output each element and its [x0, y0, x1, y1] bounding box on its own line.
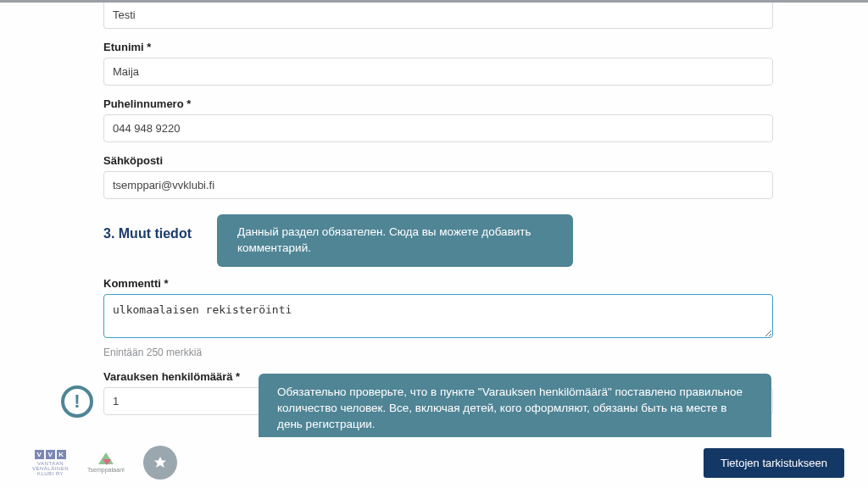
section-other-info-title: 3. Muut tiedot — [103, 214, 192, 241]
form-area: Etunimi * Puhelinnumero * Sähköposti 3. … — [103, 3, 773, 415]
footer-logos: V V K VANTAAN VENÄLÄINEN KLUBI RY Tsempp… — [32, 446, 177, 480]
logo-vvk-letter: V — [35, 450, 44, 459]
callout-count-hint: Обязательно проверьте, что в пункте "Var… — [259, 374, 771, 437]
submit-review-button[interactable]: Tietojen tarkistukseen — [704, 448, 844, 478]
logo-vvk-boxes: V V K — [35, 450, 66, 459]
logo-vvk: V V K VANTAAN VENÄLÄINEN KLUBI RY — [32, 450, 69, 476]
comment-textarea[interactable] — [103, 294, 773, 338]
callout-section-hint: Данный раздел обязателен. Сюда вы можете… — [217, 214, 573, 267]
email-label: Sähköposti — [103, 154, 773, 167]
field-lastname — [103, 3, 773, 29]
exclamation-icon: ! — [74, 391, 80, 413]
logo-tsem-caption: Tsemppataan! — [87, 467, 125, 473]
logo-vvk-caption: KLUBI RY — [37, 471, 64, 476]
field-phone: Puhelinnumero * — [103, 97, 773, 142]
triangle-icon — [98, 452, 114, 464]
logo-vvk-letter: V — [46, 450, 55, 459]
firstname-label: Etunimi * — [103, 41, 773, 53]
phone-label: Puhelinnumero * — [103, 97, 773, 110]
logo-tsemppataan: Tsemppataan! — [87, 452, 125, 473]
email-input[interactable] — [103, 171, 773, 199]
comment-label: Kommentti * — [103, 277, 773, 290]
info-badge-icon[interactable]: ! — [61, 385, 93, 418]
section-other-info-row: 3. Muut tiedot Данный раздел обязателен.… — [103, 214, 773, 267]
field-email: Sähköposti — [103, 154, 773, 199]
phone-input[interactable] — [103, 114, 773, 142]
comment-helper-text: Enintään 250 merkkiä — [103, 347, 773, 358]
firstname-input[interactable] — [103, 58, 773, 86]
logo-partner-badge — [143, 446, 177, 480]
logo-vvk-letter: K — [57, 450, 66, 459]
lastname-input[interactable] — [103, 3, 773, 29]
field-comment: Kommentti * Enintään 250 merkkiä — [103, 277, 773, 358]
star-icon — [152, 454, 169, 471]
form-viewport: Etunimi * Puhelinnumero * Sähköposti 3. … — [0, 3, 868, 437]
field-firstname: Etunimi * — [103, 41, 773, 86]
footer-bar: V V K VANTAAN VENÄLÄINEN KLUBI RY Tsempp… — [0, 437, 868, 488]
